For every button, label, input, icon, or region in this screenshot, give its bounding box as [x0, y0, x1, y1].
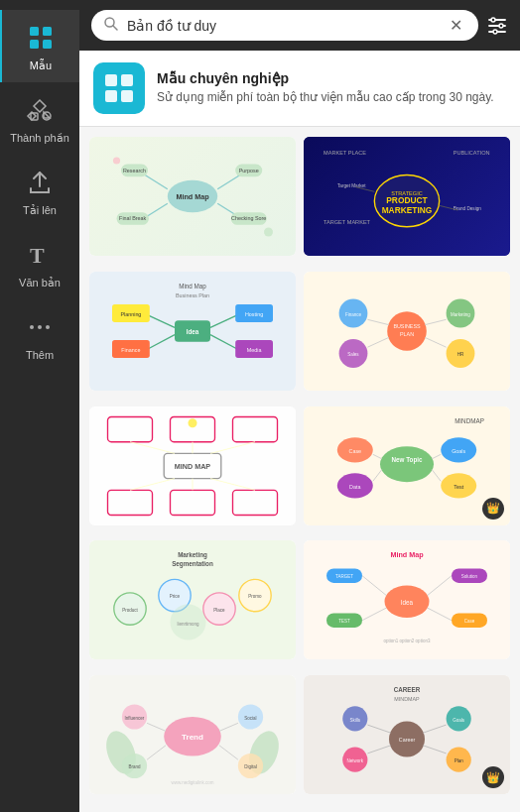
svg-point-17	[493, 30, 497, 34]
svg-text:Hosting: Hosting	[245, 310, 263, 316]
template-card-8[interactable]: Mind Map Idea TARGET TEST Solution Case	[304, 540, 510, 659]
promo-description: Sử dụng miễn phí toàn bộ thư viện mẫu ca…	[157, 89, 494, 106]
svg-point-8	[38, 325, 42, 329]
svg-text:PLAN: PLAN	[400, 331, 414, 337]
svg-text:MARKETING: MARKETING	[382, 205, 433, 215]
svg-line-76	[367, 319, 389, 324]
svg-line-77	[425, 319, 447, 324]
svg-line-150	[147, 723, 166, 731]
svg-text:Mind Map: Mind Map	[390, 550, 424, 559]
svg-text:TEST: TEST	[338, 619, 350, 624]
svg-text:Marketing: Marketing	[178, 551, 207, 559]
svg-point-96	[380, 446, 434, 482]
sidebar-item-thanh-phan[interactable]: Thành phần	[0, 82, 79, 155]
svg-text:Case: Case	[349, 447, 362, 453]
svg-line-170	[423, 746, 446, 754]
svg-line-53	[148, 315, 175, 328]
svg-text:Plan: Plan	[455, 758, 464, 763]
svg-line-24	[144, 174, 168, 189]
svg-line-108	[373, 469, 382, 481]
svg-text:Mind Map: Mind Map	[179, 283, 206, 290]
svg-text:Network: Network	[347, 758, 364, 763]
svg-rect-85	[108, 490, 153, 515]
svg-text:lienrtimong: lienrtimong	[177, 622, 199, 627]
svg-rect-3	[43, 40, 52, 49]
svg-text:Influencer: Influencer	[125, 716, 145, 721]
svg-text:Finance: Finance	[121, 346, 140, 352]
sidebar-item-label-thanh-phan: Thành phần	[10, 132, 69, 145]
clear-search-button[interactable]: ✕	[446, 16, 466, 35]
svg-text:HR: HR	[457, 352, 464, 357]
sidebar-item-tai-len[interactable]: Tải lên	[0, 155, 79, 227]
svg-line-133	[362, 576, 386, 596]
svg-text:Marketing: Marketing	[451, 311, 470, 316]
sidebar-item-van-ban[interactable]: T Văn bản	[0, 227, 79, 299]
more-icon	[22, 309, 58, 345]
svg-text:Test: Test	[454, 483, 463, 489]
sidebar-item-label-van-ban: Văn bản	[19, 277, 61, 290]
template-card-7[interactable]: Marketing Segmentation Product Price Pla…	[89, 540, 296, 659]
promo-title: Mẫu chuyên nghiệp	[157, 70, 494, 86]
template-card-1[interactable]: Mind Map Research Purpose Final Break Ch…	[89, 137, 296, 256]
svg-line-59	[210, 315, 237, 328]
sidebar-item-label-tai-len: Tải lên	[23, 204, 57, 217]
svg-rect-21	[121, 90, 133, 102]
svg-line-134	[362, 608, 386, 621]
svg-text:MINDMAP: MINDMAP	[394, 696, 420, 702]
svg-text:Checking Sore: Checking Sore	[231, 215, 266, 221]
svg-point-7	[30, 325, 34, 329]
svg-text:PUBLICATION: PUBLICATION	[454, 150, 490, 156]
svg-text:Final Break: Final Break	[119, 215, 146, 221]
svg-rect-86	[171, 490, 215, 515]
template-card-6[interactable]: MINDMAP New Topic Case Goals Data Test	[304, 406, 510, 525]
svg-line-78	[367, 337, 389, 347]
svg-text:Promo: Promo	[248, 595, 262, 600]
svg-text:Idea: Idea	[187, 327, 199, 334]
svg-rect-2	[30, 40, 39, 49]
svg-text:TARGET: TARGET	[335, 574, 353, 579]
svg-line-168	[423, 725, 446, 733]
promo-banner[interactable]: Mẫu chuyên nghiệp Sử dụng miễn phí toàn …	[79, 51, 520, 127]
svg-point-15	[491, 18, 495, 22]
svg-rect-0	[30, 27, 39, 36]
sidebar-item-them[interactable]: Thêm	[0, 299, 79, 371]
svg-line-135	[428, 576, 452, 596]
svg-point-36	[113, 157, 120, 164]
search-bar: ✕	[79, 0, 520, 51]
search-icon	[103, 16, 119, 35]
svg-text:CAREER: CAREER	[394, 686, 421, 693]
template-card-3[interactable]: Mind Map Business Plan Idea Planning Fin…	[89, 272, 296, 391]
template-card-5[interactable]: MIND MAP	[89, 406, 296, 525]
svg-text:Place: Place	[213, 608, 225, 613]
svg-text:New Topic: New Topic	[391, 455, 423, 463]
svg-text:Research: Research	[123, 168, 146, 174]
template-card-10[interactable]: CAREER MINDMAP Career Skills Goals Netwo…	[304, 675, 510, 794]
svg-line-90	[210, 441, 255, 453]
svg-text:Career: Career	[399, 737, 416, 743]
template-card-2[interactable]: MARKET PLACE PUBLICATION STRATEGIC PRODU…	[304, 137, 510, 256]
svg-text:Goals: Goals	[453, 718, 465, 723]
svg-rect-20	[105, 90, 117, 102]
sidebar: Mẫu Thành phần Tải lên T	[0, 0, 79, 812]
template-card-4[interactable]: BUSINESS PLAN Finance Marketing Sales HR	[304, 272, 510, 391]
svg-line-107	[432, 454, 441, 459]
svg-text:Social: Social	[244, 716, 256, 721]
svg-text:MARKET PLACE: MARKET PLACE	[324, 150, 366, 156]
svg-rect-87	[233, 490, 278, 515]
search-input[interactable]	[127, 18, 438, 34]
filter-button[interactable]	[486, 15, 508, 37]
svg-line-153	[219, 746, 238, 759]
svg-text:Purpose: Purpose	[239, 168, 259, 174]
svg-text:Mind Map: Mind Map	[176, 192, 209, 201]
svg-line-56	[148, 334, 175, 348]
svg-line-167	[367, 725, 390, 733]
sidebar-item-mau[interactable]: Mẫu	[0, 10, 79, 82]
svg-text:Trend: Trend	[182, 733, 203, 742]
svg-text:BUSINESS: BUSINESS	[393, 323, 421, 329]
svg-text:Idea: Idea	[401, 599, 414, 606]
svg-text:Sales: Sales	[347, 352, 359, 357]
svg-line-151	[219, 723, 238, 731]
template-card-9[interactable]: Trend Influencer Social Brand Digital	[89, 675, 296, 794]
svg-line-152	[147, 746, 166, 759]
svg-rect-80	[108, 416, 153, 441]
